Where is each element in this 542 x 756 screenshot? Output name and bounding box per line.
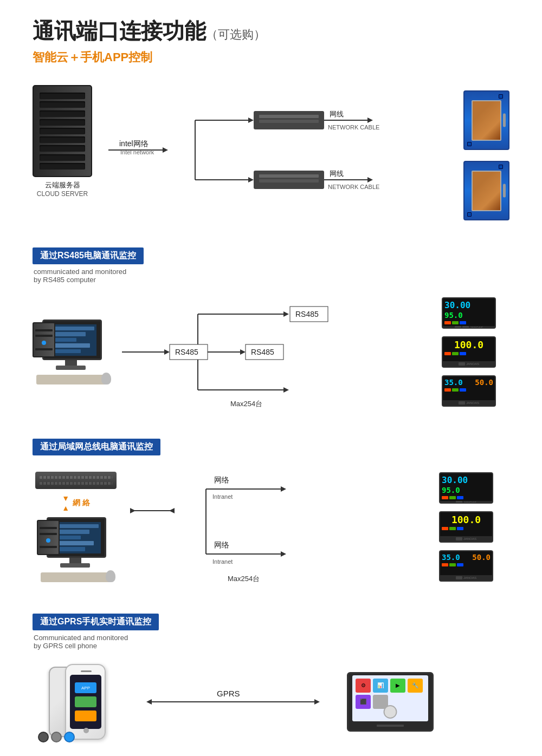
server-label-cn: 云端服务器: [45, 180, 80, 190]
phone-block: APP: [33, 659, 141, 745]
rs485-subtitle: communicated and monitored by RS485 comp…: [33, 268, 509, 284]
gprs-section: 通过GPRS手机实时通讯监控 Communicated and monitore…: [33, 614, 509, 745]
svg-text:NETWORK CABLE: NETWORK CABLE: [328, 184, 379, 190]
svg-rect-14: [259, 179, 319, 183]
controller-2: 100.0 JANOAS: [442, 336, 496, 368]
lan-switch: [35, 472, 117, 489]
controller-3: 35.0 50.0 JANOAS: [442, 375, 496, 407]
svg-text:Max254台: Max254台: [228, 575, 260, 583]
chamber-1: [463, 90, 509, 150]
page: 通讯端口连接功能（可选购） 智能云＋手机APP控制 云端: [0, 0, 542, 756]
lan-title-box: 通过局域网总线电脑通讯监控: [33, 439, 160, 455]
svg-text:网线: 网线: [330, 170, 344, 178]
svg-marker-8: [248, 177, 254, 183]
lan-controller-3: 35.0 50.0 JANOAS: [439, 550, 493, 582]
svg-text:Intranet: Intranet: [212, 493, 233, 500]
main-title: 通讯端口连接功能: [33, 19, 206, 43]
controller-1: 30.00 95.0: [442, 297, 496, 329]
svg-text:Intranet: Intranet: [212, 558, 233, 565]
svg-text:GPRS: GPRS: [217, 689, 240, 698]
optional-label: （可选购）: [206, 28, 266, 41]
lan-controllers-block: 30.00 95.0 JANOAS: [439, 472, 493, 582]
computer-block: [33, 320, 111, 384]
server-label-en: CLOUD SERVER: [37, 190, 88, 198]
lan-diagram: ▼ ▲ 網 絡: [33, 467, 509, 586]
svg-marker-27: [283, 311, 289, 317]
network-arrow-label: ▼ ▲ 網 絡: [62, 493, 90, 513]
lan-section: 通过局域网总线电脑通讯监控 ▼ ▲ 網 絡: [33, 439, 509, 586]
svg-text:网络: 网络: [214, 540, 229, 549]
lan-computer-block: ▼ ▲ 網 絡: [33, 472, 119, 582]
gprs-title-box: 通过GPRS手机实时通讯监控: [33, 614, 159, 630]
svg-marker-1: [163, 147, 168, 153]
svg-text:网络: 网络: [214, 475, 229, 484]
cloud-section: 云端服务器 CLOUD SERVER intel网络 Intel network: [33, 85, 509, 220]
svg-text:RS485: RS485: [251, 348, 274, 356]
svg-text:RS485: RS485: [175, 348, 198, 356]
svg-marker-16: [367, 118, 373, 123]
rs485-title-box: 通过RS485电脑通讯监控: [33, 247, 144, 264]
svg-text:Intel network: Intel network: [120, 149, 154, 155]
svg-marker-54: [314, 699, 320, 705]
svg-marker-45: [281, 551, 286, 557]
svg-rect-13: [259, 174, 319, 178]
server-image: [33, 85, 92, 177]
controllers-block: 30.00 95.0: [442, 297, 496, 407]
gprs-svg: GPRS: [141, 680, 347, 724]
rs485-section: 通过RS485电脑通讯监控 communicated and monitored…: [33, 247, 509, 412]
svg-marker-6: [248, 118, 254, 123]
svg-marker-29: [240, 349, 246, 355]
svg-text:RS485: RS485: [295, 310, 319, 318]
svg-text:intel网络: intel网络: [119, 139, 149, 148]
rs485-diagram: RS485 RS485 RS485 Max254台 30.00: [33, 292, 509, 412]
svg-text:NETWORK CABLE: NETWORK CABLE: [328, 124, 379, 131]
chambers-block: [463, 90, 509, 220]
lan-pc: [37, 517, 115, 582]
svg-rect-11: [259, 120, 319, 123]
svg-marker-46: [169, 508, 175, 513]
svg-marker-53: [146, 699, 152, 705]
lan-controller-2: 100.0 JANOAS: [439, 511, 493, 543]
hmi-panel: ⚙ 📊 ▶ 🔧 ⬛: [347, 672, 434, 732]
gprs-subtitle: Communicated and monitored by GPRS cell …: [33, 634, 509, 650]
gprs-diagram: APP: [33, 659, 509, 745]
svg-text:网线: 网线: [330, 110, 344, 118]
svg-marker-20: [367, 177, 373, 183]
sub-title: 智能云＋手机APP控制: [33, 49, 509, 66]
svg-text:Max254台: Max254台: [230, 400, 262, 408]
svg-marker-24: [164, 349, 170, 355]
lan-svg: 网络 Intranet 网络 Intranet Max254台: [130, 467, 434, 586]
svg-rect-10: [259, 115, 319, 118]
lan-controller-1: 30.00 95.0 JANOAS: [439, 472, 493, 504]
svg-marker-40: [130, 508, 136, 513]
server-block: 云端服务器 CLOUD SERVER: [33, 85, 92, 198]
cloud-diagram-svg: intel网络 Intel network: [108, 96, 444, 204]
title-block: 通讯端口连接功能（可选购）: [33, 16, 509, 46]
svg-marker-43: [281, 486, 286, 492]
chamber-2: [463, 161, 509, 220]
svg-marker-31: [283, 387, 289, 393]
rs485-svg: RS485 RS485 RS485 Max254台: [122, 292, 436, 412]
